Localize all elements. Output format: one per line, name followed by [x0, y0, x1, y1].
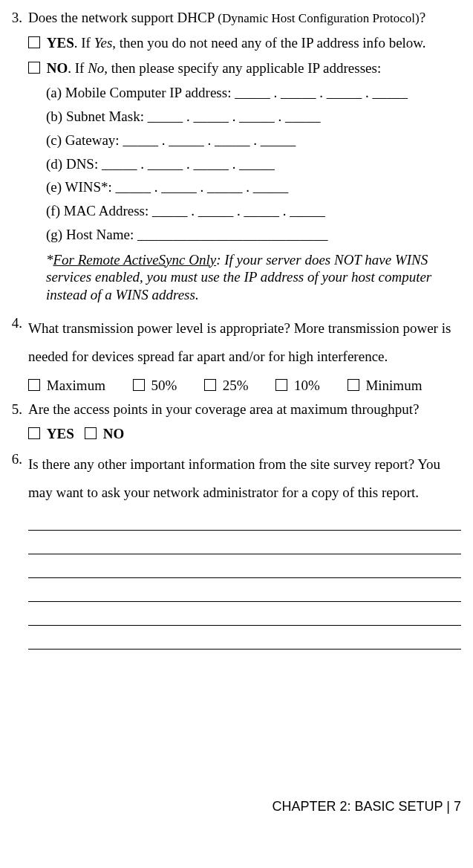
blank-line — [28, 553, 461, 554]
blank-line — [28, 600, 461, 602]
q4-opt-min: Minimum — [365, 378, 422, 393]
checkbox-icon[interactable] — [85, 427, 97, 439]
q4-opt-50: 50% — [151, 378, 177, 393]
q3-yes-rest: . If — [74, 35, 94, 51]
q3-yes-tail: , then you do not need any of the IP add… — [112, 35, 425, 51]
checkbox-icon[interactable] — [28, 427, 40, 439]
q3-head: Does the network support DHCP (Dynamic H… — [28, 9, 466, 27]
page-footer: CHAPTER 2: BASIC SETUP | 7 — [1, 798, 466, 815]
q3-yes-label: YES — [47, 35, 74, 51]
checkbox-icon[interactable] — [133, 379, 145, 391]
q3-no-tail: , then please specify any applicable IP … — [104, 60, 381, 76]
q3-a: (a) Mobile Computer IP address: _____ . … — [46, 84, 466, 102]
q3-head-b: ? — [420, 10, 425, 25]
checkbox-icon[interactable] — [348, 379, 359, 391]
q3-d: (d) DNS: _____ . _____ . _____ . _____ — [46, 155, 466, 173]
q3-yes-if: Yes — [94, 35, 113, 51]
q5-options: YES NO — [28, 425, 466, 443]
q4-marker: 4. — [1, 314, 28, 332]
q3-yes-row: YES. If Yes, then you do not need any of… — [28, 34, 466, 52]
q3-no-if: No — [88, 60, 104, 76]
q3-b: (b) Subnet Mask: _____ . _____ . _____ .… — [46, 108, 466, 126]
q4-opt-max: Maximum — [47, 378, 105, 393]
q3-note-a: * — [46, 252, 53, 268]
blank-line — [28, 529, 461, 531]
blank-line — [28, 577, 461, 578]
q3-c: (c) Gateway: _____ . _____ . _____ . ___… — [46, 132, 466, 149]
q4-options: Maximum 50% 25% 10% Minimum — [28, 377, 466, 395]
q4-opt-25: 25% — [223, 378, 249, 393]
q3-g: (g) Host Name: _________________________… — [46, 226, 466, 244]
footer-chapter: CHAPTER 2: BASIC SETUP — [273, 799, 443, 814]
q6-marker: 6. — [1, 450, 28, 468]
q6-lines — [28, 529, 466, 650]
checkbox-icon[interactable] — [28, 379, 40, 391]
q3-note-u: For Remote ActiveSync Only — [53, 252, 217, 268]
checkbox-icon[interactable] — [275, 379, 287, 391]
blank-line — [28, 624, 461, 626]
q3-head-a: Does the network support DHCP — [28, 10, 218, 25]
q3-marker: 3. — [1, 9, 28, 27]
q3-no-rest: . If — [68, 60, 88, 76]
q4-opt-10: 10% — [294, 378, 320, 393]
checkbox-icon[interactable] — [204, 379, 216, 391]
q6-text: Is there any other important information… — [28, 450, 466, 507]
q5-yes: YES — [47, 426, 74, 441]
footer-sep: | — [443, 799, 454, 814]
q4-text: What transmission power level is appropr… — [28, 314, 466, 371]
checkbox-icon[interactable] — [28, 36, 40, 48]
q5-text: Are the access points in your coverage a… — [28, 401, 466, 418]
blank-line — [28, 648, 461, 650]
q3-no-row: NO. If No, then please specify any appli… — [28, 59, 466, 77]
checkbox-icon[interactable] — [28, 62, 40, 74]
q3-note: *For Remote ActiveSync Only: If your ser… — [46, 251, 466, 304]
q5-marker: 5. — [1, 401, 28, 418]
q3-head-paren: (Dynamic Host Configuration Protocol) — [218, 11, 420, 25]
q5-no: NO — [103, 426, 125, 441]
q3-f: (f) MAC Address: _____ . _____ . _____ .… — [46, 202, 466, 220]
q3-e: (e) WINS*: _____ . _____ . _____ . _____ — [46, 178, 466, 196]
footer-page: 7 — [454, 799, 461, 814]
q3-no-label: NO — [47, 60, 68, 76]
